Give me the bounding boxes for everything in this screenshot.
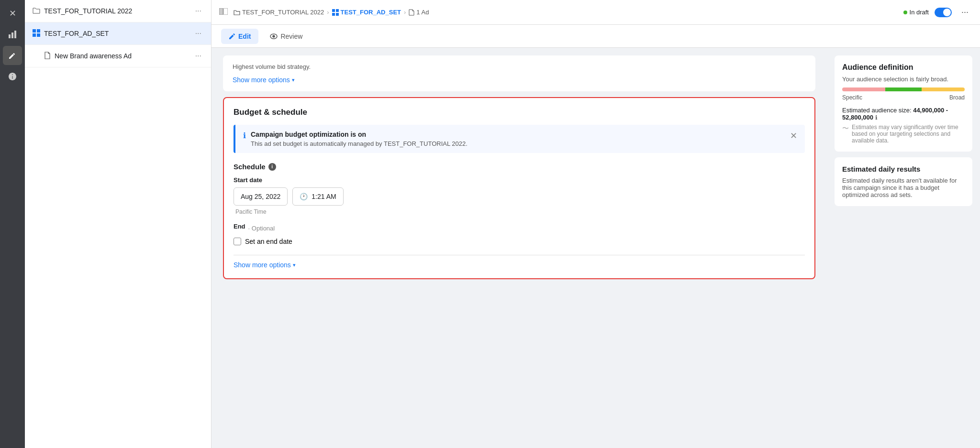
- sidebar-item-ad[interactable]: New Brand awareness Ad ···: [25, 45, 211, 67]
- end-date-checkbox[interactable]: [234, 238, 241, 245]
- svg-rect-7: [219, 8, 223, 15]
- banner-body: This ad set budget is automatically mana…: [251, 140, 468, 147]
- end-section: End · Optional Set an end date: [234, 223, 805, 245]
- sidebar-item-campaign-more[interactable]: ···: [193, 5, 203, 17]
- draft-toggle[interactable]: [935, 8, 952, 17]
- audience-size-text: Estimated audience size: 44,900,000 - 52…: [842, 107, 965, 121]
- svg-rect-3: [33, 29, 36, 33]
- chart-icon[interactable]: [3, 25, 22, 44]
- sidebar-item-campaign[interactable]: TEST_FOR_TUTORIAL 2022 ···: [25, 0, 211, 22]
- topbar-right: In draft ···: [903, 5, 972, 19]
- breadcrumb-adset[interactable]: TEST_FOR_AD_SET: [332, 9, 401, 16]
- breadcrumb-sep-1: ›: [327, 9, 329, 16]
- sidebar: TEST_FOR_TUTORIAL 2022 ··· TEST_FOR_AD_S…: [25, 0, 212, 448]
- daily-results-title: Estimated daily results: [842, 165, 965, 173]
- svg-rect-1: [11, 33, 13, 38]
- audience-meter: [842, 87, 965, 91]
- audience-definition-card: Audience definition Your audience select…: [835, 55, 972, 152]
- size-info-icon[interactable]: ℹ: [875, 114, 878, 121]
- svg-rect-12: [336, 13, 339, 16]
- breadcrumb-ad[interactable]: 1 Ad: [409, 9, 429, 16]
- sidebar-item-ad-more[interactable]: ···: [193, 50, 203, 62]
- more-button[interactable]: ···: [958, 5, 972, 19]
- folder-icon: [33, 7, 40, 15]
- sidebar-item-ad-label: New Brand awareness Ad: [55, 52, 132, 60]
- timezone-label: Pacific Time: [235, 208, 805, 215]
- audience-card-title: Audience definition: [842, 63, 965, 72]
- close-banner-button[interactable]: ✕: [790, 131, 797, 141]
- campaign-budget-banner: ℹ Campaign budget optimization is on Thi…: [234, 125, 805, 153]
- history-icon[interactable]: [3, 67, 22, 86]
- sidebar-item-campaign-left: TEST_FOR_TUTORIAL 2022: [33, 7, 193, 15]
- end-label-row: End · Optional: [234, 223, 805, 234]
- card-divider: [234, 255, 805, 255]
- sidebar-item-adset-left: TEST_FOR_AD_SET: [33, 29, 193, 38]
- audience-description: Your audience selection is fairly broad.: [842, 76, 965, 83]
- svg-rect-9: [332, 9, 335, 12]
- meter-mid: [885, 87, 922, 91]
- review-tab-label: Review: [280, 33, 302, 40]
- meter-broad: [922, 87, 965, 91]
- optional-label: · Optional: [248, 225, 275, 232]
- start-time-input[interactable]: 🕐 1:21 AM: [292, 187, 343, 206]
- budget-card-title: Budget & schedule: [234, 108, 805, 117]
- sidebar-toggle-icon[interactable]: [219, 7, 228, 17]
- end-label: End: [234, 223, 245, 230]
- left-navigation: ✕: [0, 0, 25, 448]
- content-area: Highest volume bid strategy. Show more o…: [212, 48, 980, 448]
- svg-rect-8: [223, 8, 228, 15]
- svg-point-14: [273, 35, 275, 37]
- review-tab[interactable]: Review: [262, 29, 310, 44]
- main-panel: TEST_FOR_TUTORIAL 2022 › TEST_FOR_AD_SET…: [212, 0, 980, 448]
- show-more-bottom-link[interactable]: Show more options: [234, 261, 805, 269]
- banner-title: Campaign budget optimization is on: [251, 131, 468, 138]
- sidebar-item-ad-left: New Brand awareness Ad: [44, 52, 193, 61]
- sidebar-item-adset-label: TEST_FOR_AD_SET: [44, 30, 109, 37]
- svg-rect-4: [37, 29, 40, 33]
- breadcrumb: TEST_FOR_TUTORIAL 2022 › TEST_FOR_AD_SET…: [219, 7, 429, 17]
- info-icon: ℹ: [243, 131, 246, 140]
- sidebar-item-adset-more[interactable]: ···: [193, 27, 203, 40]
- edit-tab-label: Edit: [238, 33, 251, 40]
- breadcrumb-sep-2: ›: [404, 9, 406, 16]
- edit-icon[interactable]: [3, 46, 22, 65]
- broad-label: Broad: [949, 94, 965, 101]
- svg-rect-6: [37, 33, 40, 37]
- banner-text-block: Campaign budget optimization is on This …: [251, 131, 468, 147]
- status-dot: [903, 11, 907, 14]
- estimate-icon: 〜: [842, 124, 849, 133]
- truncated-text: Highest volume bid strategy.: [233, 63, 806, 70]
- grid-icon: [33, 29, 40, 38]
- end-date-checkbox-label: Set an end date: [245, 238, 292, 245]
- end-date-checkbox-row: Set an end date: [234, 238, 805, 245]
- svg-rect-2: [14, 31, 16, 38]
- top-card: Highest volume bid strategy. Show more o…: [223, 55, 815, 91]
- start-date-field-label: Start date: [234, 176, 805, 184]
- daily-results-text: Estimated daily results aren't available…: [842, 177, 965, 198]
- sidebar-item-adset[interactable]: TEST_FOR_AD_SET ···: [25, 22, 211, 45]
- meter-labels: Specific Broad: [842, 94, 965, 101]
- file-icon: [44, 52, 51, 61]
- toggle-knob: [943, 9, 951, 16]
- topbar: TEST_FOR_TUTORIAL 2022 › TEST_FOR_AD_SET…: [212, 0, 980, 25]
- edit-review-bar: Edit Review: [212, 25, 980, 48]
- sidebar-item-campaign-label: TEST_FOR_TUTORIAL 2022: [44, 7, 132, 15]
- svg-rect-10: [336, 9, 339, 12]
- edit-tab[interactable]: Edit: [221, 29, 258, 44]
- schedule-section-label: Schedule i: [234, 163, 805, 171]
- show-more-top-link[interactable]: Show more options: [233, 76, 806, 84]
- status-badge: In draft: [903, 9, 929, 16]
- meter-specific: [842, 87, 885, 91]
- start-date-time-row: Aug 25, 2022 🕐 1:21 AM: [234, 187, 805, 206]
- breadcrumb-campaign[interactable]: TEST_FOR_TUTORIAL 2022: [234, 9, 324, 16]
- status-label: In draft: [910, 9, 929, 16]
- schedule-info-icon[interactable]: i: [268, 163, 276, 171]
- banner-content: ℹ Campaign budget optimization is on Thi…: [243, 131, 468, 147]
- svg-rect-11: [332, 13, 335, 16]
- right-panel: Audience definition Your audience select…: [827, 48, 980, 448]
- budget-schedule-card: Budget & schedule ℹ Campaign budget opti…: [223, 97, 815, 279]
- close-icon[interactable]: ✕: [3, 4, 22, 23]
- audience-estimate-note: 〜 Estimates may vary significantly over …: [842, 124, 965, 144]
- start-date-input[interactable]: Aug 25, 2022: [234, 187, 288, 206]
- estimated-daily-card: Estimated daily results Estimated daily …: [835, 157, 972, 206]
